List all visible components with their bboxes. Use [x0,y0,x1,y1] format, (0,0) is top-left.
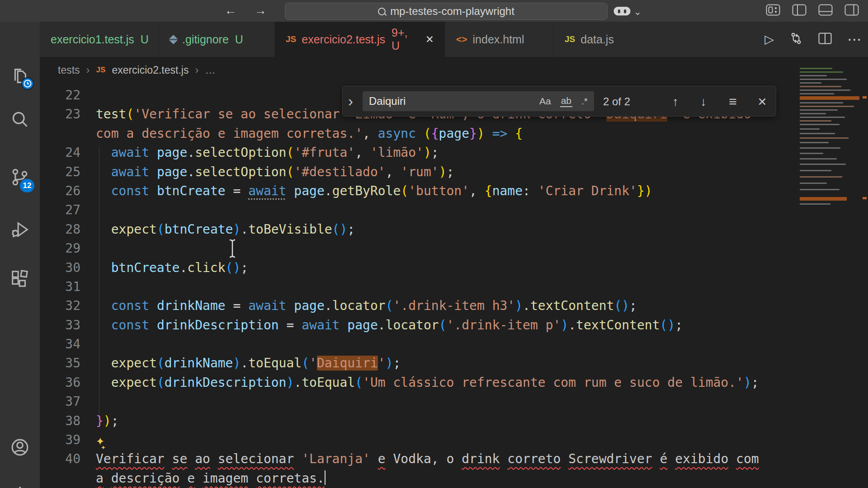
overview-ruler-match-mark [863,96,867,99]
customize-layout-icon[interactable] [766,4,780,16]
copilot-menu[interactable]: ⌄ [613,4,642,19]
code-row[interactable]: 32 const drinkName = await page.locator(… [40,296,868,315]
more-actions-icon[interactable]: ⋯ [847,31,862,48]
code-row[interactable]: 40Verificar se ao selecionar 'Laranja' e… [40,450,868,469]
toggle-replace-chevron-icon[interactable]: › [348,93,353,110]
breadcrumb-symbol[interactable]: … [205,64,215,76]
js-file-icon: JS [565,34,575,44]
match-case-toggle[interactable]: Aa [539,96,551,107]
code-line: btnCreate.click(); [96,258,248,277]
minimap-line [800,133,835,134]
line-number[interactable] [40,124,80,143]
editor-actions: ▷ ⋯ [764,22,862,57]
code-row[interactable]: 24 await page.selectOption('#fruta', 'li… [40,143,868,162]
code-row[interactable]: 33 const drinkDescription = await page.l… [40,316,868,335]
previous-match-icon[interactable]: ↑ [667,86,684,117]
line-number[interactable]: 24 [40,143,80,162]
line-number[interactable]: 37 [40,392,80,411]
open-changes-icon[interactable] [789,32,803,47]
regex-toggle[interactable]: .* [581,96,588,107]
command-center-search[interactable]: mp-testes-com-playwright [285,3,608,20]
minimap-line [800,86,841,87]
minimap-line [800,203,830,205]
source-control-icon[interactable]: 12 [0,160,40,194]
extensions-icon[interactable] [0,262,40,296]
minimap-line [800,189,840,190]
toggle-primary-sidebar-icon[interactable] [792,4,807,16]
line-number[interactable]: 39 [40,431,80,450]
next-match-icon[interactable]: ↓ [695,86,712,117]
minimap-line [800,137,849,139]
breadcrumb-folder[interactable]: tests [58,64,80,76]
code-row[interactable]: 35 expect(drinkName).toEqual('Daiquiri')… [40,354,868,373]
tab-data-js[interactable]: JS data.js [554,22,750,57]
forward-arrow-icon[interactable]: → [252,2,269,19]
line-number[interactable]: 40 [40,450,80,469]
line-number[interactable]: 32 [40,296,80,315]
code-line: await page.selectOption('#destilado', 'r… [96,163,454,182]
line-number[interactable]: 35 [40,354,80,373]
close-tab-icon[interactable]: ✕ [425,33,434,46]
toggle-panel-icon[interactable] [818,4,833,16]
split-editor-icon[interactable] [818,33,832,46]
line-number[interactable]: 30 [40,258,80,277]
search-icon [378,8,386,15]
line-number[interactable]: 29 [40,239,80,258]
line-number[interactable]: 36 [40,373,80,392]
code-row[interactable]: 38}); [40,412,868,431]
pending-changes-clock-badge [21,77,34,92]
code-row[interactable]: 39✦✦ [40,431,868,450]
vscode-window: ← → mp-testes-com-playwright ⌄ [0,0,868,488]
line-number[interactable]: 34 [40,335,80,354]
minimap-line [800,170,831,171]
line-number[interactable] [40,469,80,488]
title-bar: ← → mp-testes-com-playwright ⌄ [0,0,868,22]
line-number[interactable]: 28 [40,220,80,239]
breadcrumb: tests › JS exercicio2.test.js › … [40,57,868,83]
code-row[interactable]: 27 [40,201,868,220]
code-row[interactable]: 36 expect(drinkDescription).toEqual('Um … [40,373,868,392]
code-editor[interactable]: 2223test('Verificar se ao selecionar 'Li… [40,83,868,488]
line-number[interactable]: 25 [40,163,80,182]
minimap-line [800,106,854,107]
whole-word-toggle[interactable]: ab [560,95,572,107]
find-input[interactable]: Daiquiri Aa ab .* [363,91,594,111]
code-row[interactable]: 34 [40,335,868,354]
settings-gear-icon[interactable]: ⚙ 1 [0,477,40,488]
copilot-icon [613,4,631,19]
run-tests-icon[interactable]: ▷ [764,32,774,47]
tab-exercicio2-test-js[interactable]: JS exercicio2.test.js 9+, U ✕ [275,22,445,57]
code-row[interactable]: 29 [40,239,868,258]
code-row[interactable]: 31 [40,277,868,296]
code-row[interactable]: 30 btnCreate.click(); [40,258,868,277]
tab-index-html[interactable]: <> index.html [445,22,554,57]
line-number[interactable]: 33 [40,316,80,335]
code-row[interactable]: 28 expect(btnCreate).toBeVisible(); [40,220,868,239]
toggle-secondary-sidebar-icon[interactable] [844,4,859,16]
line-number[interactable]: 23 [40,105,80,124]
code-row[interactable]: a descrição e imagem corretas. [40,469,868,488]
search-sidebar-icon[interactable] [0,102,40,136]
code-row[interactable]: 37 [40,392,868,411]
tab-label: .gitignore [182,33,229,46]
find-in-selection-icon[interactable]: ≡ [725,86,741,117]
tab-exercicio1-test-js[interactable]: exercicio1.test.js U [40,22,159,57]
back-arrow-icon[interactable]: ← [222,2,239,19]
line-number[interactable]: 31 [40,277,80,296]
run-debug-icon[interactable] [0,212,40,247]
code-row[interactable]: 25 await page.selectOption('#destilado',… [40,163,868,182]
minimap[interactable] [796,57,868,488]
line-number[interactable]: 26 [40,182,80,201]
line-number[interactable]: 38 [40,412,80,431]
code-row[interactable]: com a descrição e imagem corretas.', asy… [40,124,868,143]
tab-gitignore[interactable]: .gitignore U [159,22,275,57]
code-row[interactable]: 26 const btnCreate = await page.getByRol… [40,182,868,201]
breadcrumb-file[interactable]: exercicio2.test.js [112,64,189,76]
account-icon[interactable] [0,430,40,465]
line-number[interactable]: 22 [40,86,80,105]
minimap-line [800,128,820,130]
explorer-icon[interactable] [0,59,40,93]
code-line: Verificar se ao selecionar 'Laranja' e V… [96,450,759,469]
line-number[interactable]: 27 [40,201,80,220]
close-find-icon[interactable]: ✕ [754,86,770,117]
